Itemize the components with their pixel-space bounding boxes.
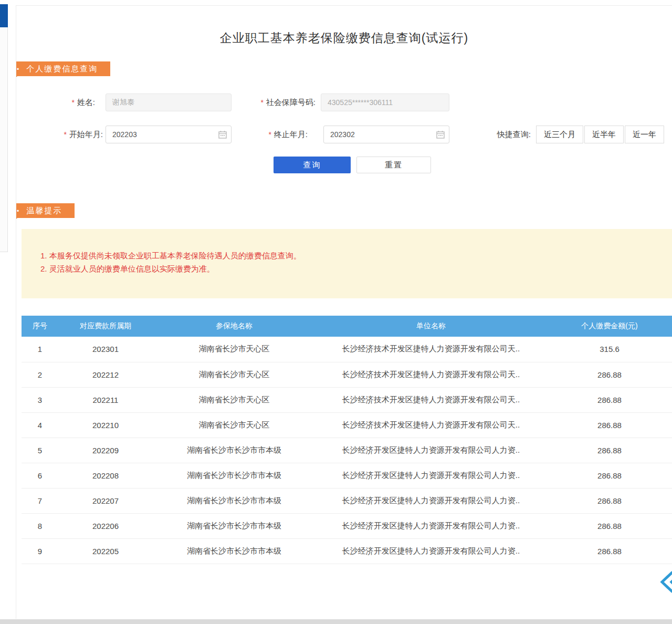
table-cell: 286.88: [547, 362, 672, 387]
table-cell: 286.88: [547, 513, 672, 538]
quick-last-half-year-button[interactable]: 近半年: [584, 126, 624, 143]
table-cell: 湖南省长沙市长沙市市本级: [153, 513, 316, 538]
table-cell: 湖南省长沙市长沙市市本级: [153, 463, 316, 488]
table-cell: 286.88: [547, 463, 672, 488]
required-mark: *: [260, 98, 263, 107]
table-cell: 7: [22, 488, 58, 513]
table-cell: 湖南省长沙市天心区: [153, 387, 316, 412]
table-cell: 202208: [58, 463, 153, 488]
section-badge-label: 温馨提示: [26, 206, 62, 215]
table-cell: 长沙经济技术开发区捷特人力资源开发有限公司天..: [316, 337, 547, 362]
start-month-label: *开始年月:: [45, 126, 103, 143]
table-cell: 湖南省长沙市天心区: [153, 362, 316, 387]
table-cell: 湖南省长沙市天心区: [153, 337, 316, 362]
section-badge-tips: •温馨提示: [16, 203, 75, 218]
table-cell: 1: [22, 337, 58, 362]
ssn-label: *社会保障号码:: [234, 93, 316, 111]
required-mark: *: [268, 130, 271, 139]
table-row: 4202210湖南省长沙市天心区长沙经济技术开发区捷特人力资源开发有限公司天..…: [22, 412, 672, 438]
table-cell: 202211: [58, 387, 153, 412]
payment-table: 序号 对应费款所属期 参保地名称 单位名称 个人缴费金额(元) 1202301湖…: [22, 316, 672, 564]
query-button[interactable]: 查询: [274, 157, 351, 173]
end-month-label: *终止年月:: [242, 126, 308, 143]
table-cell: 长沙经济开发区捷特人力资源开发有限公司人力资..: [316, 438, 547, 463]
table-cell: 长沙经济技术开发区捷特人力资源开发有限公司天..: [316, 387, 547, 412]
table-cell: 286.88: [547, 412, 672, 438]
ssn-field: [321, 93, 449, 111]
table-row: 5202209湖南省长沙市长沙市市本级长沙经济开发区捷特人力资源开发有限公司人力…: [22, 438, 672, 463]
table-row: 2202212湖南省长沙市天心区长沙经济技术开发区捷特人力资源开发有限公司天..…: [22, 362, 672, 387]
table-cell: 3: [22, 387, 58, 412]
table-cell: 286.88: [547, 538, 672, 564]
table-cell: 长沙经济技术开发区捷特人力资源开发有限公司天..: [316, 362, 547, 387]
table-row: 1202301湖南省长沙市天心区长沙经济技术开发区捷特人力资源开发有限公司天..…: [22, 337, 672, 362]
table-cell: 长沙经济开发区捷特人力资源开发有限公司人力资..: [316, 538, 547, 564]
table-row: 6202208湖南省长沙市长沙市市本级长沙经济开发区捷特人力资源开发有限公司人力…: [22, 463, 672, 488]
table-header-row: 序号 对应费款所属期 参保地名称 单位名称 个人缴费金额(元): [22, 316, 672, 337]
table-cell: 湖南省长沙市天心区: [153, 412, 316, 438]
table-row: 8202206湖南省长沙市长沙市市本级长沙经济开发区捷特人力资源开发有限公司人力…: [22, 513, 672, 538]
required-mark: *: [71, 98, 74, 107]
column-header-period: 对应费款所属期: [58, 316, 153, 337]
column-header-seq: 序号: [22, 316, 58, 337]
table-row: 7202207湖南省长沙市长沙市市本级长沙经济开发区捷特人力资源开发有限公司人力…: [22, 488, 672, 513]
table-cell: 315.6: [547, 337, 672, 362]
bullet-icon: •: [17, 66, 19, 73]
table-cell: 202205: [58, 538, 153, 564]
name-label: *姓名:: [45, 93, 95, 111]
table-cell: 湖南省长沙市长沙市市本级: [153, 488, 316, 513]
tips-notice-box: 1. 本服务仅提供尚未领取企业职工基本养老保险待遇人员的缴费信息查询。 2. 灵…: [22, 229, 672, 298]
table-cell: 202206: [58, 513, 153, 538]
table-cell: 286.88: [547, 387, 672, 412]
quick-last-year-button[interactable]: 近一年: [625, 126, 664, 143]
table-cell: 6: [22, 463, 58, 488]
required-mark: *: [64, 130, 66, 139]
double-chevron-left-icon[interactable]: [658, 570, 672, 594]
table-cell: 202212: [58, 362, 153, 387]
start-month-field[interactable]: [106, 126, 232, 143]
table-cell: 湖南省长沙市长沙市市本级: [153, 538, 316, 564]
notice-line: 2. 灵活就业人员的缴费单位信息以实际缴费为准。: [40, 262, 662, 275]
table-cell: 202210: [58, 412, 153, 438]
badge-fold-decoration: [16, 218, 17, 224]
table-body: 1202301湖南省长沙市天心区长沙经济技术开发区捷特人力资源开发有限公司天..…: [22, 337, 672, 564]
table-cell: 长沙经济开发区捷特人力资源开发有限公司人力资..: [316, 488, 547, 513]
page: 企业职工基本养老保险缴费信息查询(试运行) •个人缴费信息查询 *姓名: *社会…: [0, 0, 672, 624]
left-sidebar-strip: [0, 27, 8, 252]
quick-last-3-months-button[interactable]: 近三个月: [536, 126, 583, 143]
table-row: 9202205湖南省长沙市长沙市市本级长沙经济开发区捷特人力资源开发有限公司人力…: [22, 538, 672, 564]
section-badge-label: 个人缴费信息查询: [26, 64, 98, 73]
table-cell: 长沙经济开发区捷特人力资源开发有限公司人力资..: [316, 513, 547, 538]
name-field-wrap: [106, 93, 232, 111]
column-header-amount: 个人缴费金额(元): [547, 316, 672, 337]
end-month-field[interactable]: [323, 126, 449, 143]
ssn-field-wrap: [321, 93, 449, 111]
section-badge-personal-query: •个人缴费信息查询: [16, 61, 110, 76]
corner-tab: [0, 4, 8, 27]
table-cell: 286.88: [547, 488, 672, 513]
page-title: 企业职工基本养老保险缴费信息查询(试运行): [16, 30, 672, 46]
start-month-field-wrap: [106, 126, 232, 143]
table-cell: 2: [22, 362, 58, 387]
table-cell: 长沙经济技术开发区捷特人力资源开发有限公司天..: [316, 412, 547, 438]
name-field: [106, 93, 232, 111]
table-cell: 4: [22, 412, 58, 438]
table-row: 3202211湖南省长沙市天心区长沙经济技术开发区捷特人力资源开发有限公司天..…: [22, 387, 672, 412]
notice-line: 1. 本服务仅提供尚未领取企业职工基本养老保险待遇人员的缴费信息查询。: [40, 249, 662, 262]
bullet-icon: •: [17, 207, 19, 215]
table-cell: 长沙经济开发区捷特人力资源开发有限公司人力资..: [316, 463, 547, 488]
quick-query-group: 近三个月 近半年 近一年: [536, 126, 664, 143]
column-header-insured-place: 参保地名称: [153, 316, 316, 337]
calendar-icon[interactable]: [218, 130, 227, 139]
reset-button[interactable]: 重置: [356, 157, 431, 173]
calendar-icon[interactable]: [436, 130, 445, 139]
main-panel: 企业职工基本养老保险缴费信息查询(试运行) •个人缴费信息查询 *姓名: *社会…: [16, 5, 672, 619]
table-cell: 8: [22, 513, 58, 538]
bottom-scrollbar-strip[interactable]: [0, 619, 672, 624]
table-cell: 202301: [58, 337, 153, 362]
table-cell: 9: [22, 538, 58, 564]
table-cell: 湖南省长沙市长沙市市本级: [153, 438, 316, 463]
payment-table-wrap: 序号 对应费款所属期 参保地名称 单位名称 个人缴费金额(元) 1202301湖…: [22, 316, 672, 564]
end-month-field-wrap: [323, 126, 449, 143]
table-cell: 202207: [58, 488, 153, 513]
